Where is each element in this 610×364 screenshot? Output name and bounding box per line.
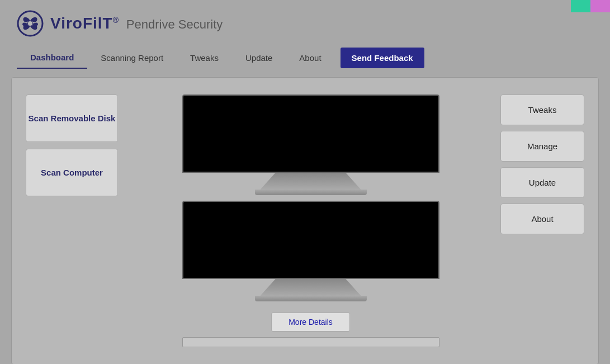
monitor-stand-top bbox=[261, 173, 361, 190]
about-button[interactable]: About bbox=[500, 204, 584, 234]
progress-bar-container bbox=[182, 337, 439, 347]
corner-decoration bbox=[571, 0, 610, 12]
svg-point-2 bbox=[28, 21, 32, 26]
scan-computer-button[interactable]: Scan Computer bbox=[26, 149, 118, 196]
right-action-buttons: Tweaks Manage Update About bbox=[500, 94, 584, 234]
more-details-button[interactable]: More Details bbox=[271, 313, 350, 332]
monitor-base-bottom bbox=[255, 296, 367, 301]
header: ViroFilT® Pendrive Security bbox=[0, 0, 610, 42]
left-action-buttons: Scan Removable Disk Scan Computer bbox=[26, 94, 121, 196]
send-feedback-button[interactable]: Send Feedback bbox=[341, 48, 424, 68]
nav-about[interactable]: About bbox=[286, 48, 334, 68]
monitor-screen-top bbox=[182, 94, 439, 173]
nav-update[interactable]: Update bbox=[232, 48, 286, 68]
monitor-top bbox=[182, 94, 439, 195]
scan-removable-disk-button[interactable]: Scan Removable Disk bbox=[26, 94, 118, 142]
monitor-stand-bottom bbox=[261, 279, 361, 296]
nav-tweaks[interactable]: Tweaks bbox=[177, 48, 232, 68]
nav-scanning-report[interactable]: Scanning Report bbox=[87, 48, 177, 68]
monitor-screen-bottom bbox=[182, 201, 439, 279]
logo-subtitle: Pendrive Security bbox=[126, 17, 223, 31]
logo-icon bbox=[17, 10, 44, 37]
logo-brand: ViroFilT® bbox=[50, 15, 124, 32]
corner-pink bbox=[590, 0, 610, 12]
update-button[interactable]: Update bbox=[500, 167, 584, 198]
tweaks-button[interactable]: Tweaks bbox=[500, 94, 584, 125]
center-display: More Details bbox=[132, 94, 489, 347]
manage-button[interactable]: Manage bbox=[500, 131, 584, 162]
monitor-bottom bbox=[182, 201, 439, 301]
navbar: Dashboard Scanning Report Tweaks Update … bbox=[17, 47, 593, 69]
logo-container: ViroFilT® Pendrive Security bbox=[50, 15, 223, 32]
monitor-base-top bbox=[255, 190, 367, 195]
corner-green bbox=[571, 0, 590, 12]
main-panel: Scan Removable Disk Scan Computer More D… bbox=[11, 77, 599, 364]
nav-dashboard[interactable]: Dashboard bbox=[17, 47, 87, 69]
